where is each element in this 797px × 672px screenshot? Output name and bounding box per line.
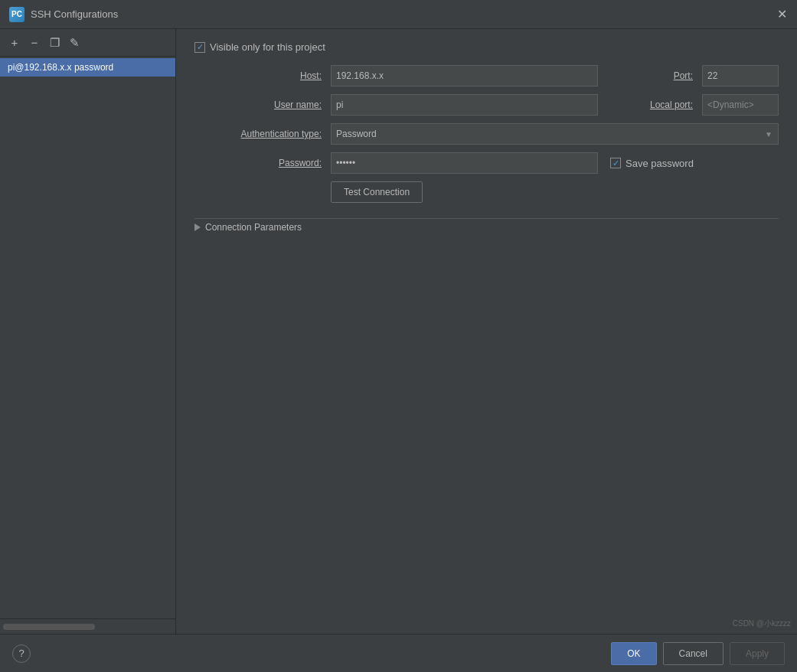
save-password-wrapper: Save password [604,158,779,169]
visible-row: Visible only for this project [194,41,779,53]
main-panel: Visible only for this project Host: Port… [176,29,797,634]
connection-params-label: Connection Parameters [205,222,302,233]
visible-checkbox[interactable] [194,42,205,53]
auth-type-select-wrapper: Password Key pair OpenSSH config and aut… [331,123,779,145]
test-connection-cell: Test Connection [331,181,598,203]
port-label: Port: [604,70,696,81]
titlebar: PC SSH Configurations ✕ [0,0,797,29]
local-port-label: Local port: [604,99,696,110]
sidebar-list: pi@192.168.x.x password [0,57,175,618]
auth-type-select[interactable]: Password Key pair OpenSSH config and aut… [331,123,779,145]
remove-button[interactable]: − [26,34,43,51]
save-password-checkbox[interactable] [610,158,621,168]
horizontal-scrollbar[interactable] [3,624,95,630]
edit-button[interactable]: ✎ [66,34,83,51]
save-password-label: Save password [626,158,694,169]
help-button[interactable]: ? [12,644,31,663]
host-input[interactable] [331,65,598,86]
sidebar-item[interactable]: pi@192.168.x.x password [0,58,175,77]
visible-label: Visible only for this project [210,41,325,53]
connection-params-section[interactable]: Connection Parameters [194,218,779,236]
sidebar: + − ❐ ✎ pi@192.168.x.x password [0,29,176,634]
port-input[interactable] [702,65,779,86]
local-port-input[interactable] [702,94,779,116]
watermark: CSDN @小kzzzz [733,618,791,629]
dialog-title: SSH Configurations [31,8,118,20]
username-input[interactable] [331,94,598,116]
apply-button[interactable]: Apply [730,642,785,665]
ok-button[interactable]: OK [611,642,656,665]
sidebar-scrollbar[interactable] [0,618,175,634]
sidebar-toolbar: + − ❐ ✎ [0,29,175,57]
close-button[interactable]: ✕ [776,8,788,21]
host-label: Host: [194,70,325,81]
titlebar-left: PC SSH Configurations [9,7,118,22]
app-icon: PC [9,7,24,22]
footer: ? OK Cancel Apply [0,634,797,672]
cancel-button[interactable]: Cancel [663,642,724,665]
footer-buttons: OK Cancel Apply [611,642,785,665]
form-grid: Host: Port: User name: Local port: [194,65,779,203]
copy-button[interactable]: ❐ [46,34,63,51]
add-button[interactable]: + [6,34,23,51]
dialog: PC SSH Configurations ✕ + − ❐ ✎ pi@192.1… [0,0,797,672]
visible-checkbox-wrapper[interactable]: Visible only for this project [194,41,325,53]
password-row [331,152,598,174]
test-connection-button[interactable]: Test Connection [331,181,423,203]
save-password-checkbox-wrapper[interactable]: Save password [610,158,694,169]
auth-type-label: Authentication type: [194,129,325,139]
password-input[interactable] [331,152,598,174]
username-label: User name: [194,99,325,110]
content-area: + − ❐ ✎ pi@192.168.x.x password Visible … [0,29,797,634]
password-label: Password: [194,158,325,168]
expand-icon [194,223,201,231]
